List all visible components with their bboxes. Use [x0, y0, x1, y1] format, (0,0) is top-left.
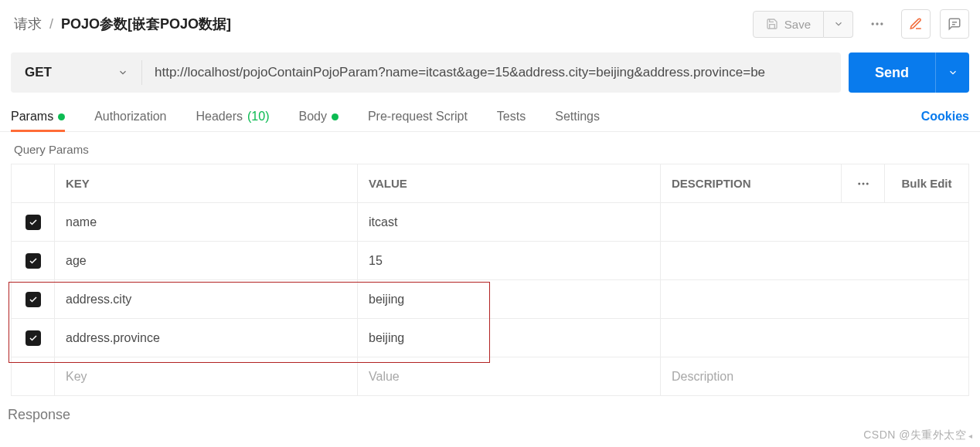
tab-authorization[interactable]: Authorization [94, 110, 166, 131]
col-description: DESCRIPTION [661, 164, 842, 202]
value-cell[interactable]: itcast [358, 203, 661, 241]
col-check [12, 164, 55, 202]
checkbox-cell[interactable] [12, 242, 55, 279]
header-actions: Save [753, 9, 969, 39]
checkbox-cell[interactable] [12, 280, 55, 318]
value-placeholder[interactable]: Value [358, 357, 661, 395]
http-method-select[interactable]: GET [11, 52, 142, 93]
breadcrumb-root[interactable]: 请求 [14, 15, 42, 33]
description-cell[interactable] [661, 319, 968, 357]
comment-icon [948, 17, 961, 31]
tab-body-label: Body [298, 110, 326, 124]
chevron-down-icon [117, 67, 128, 78]
svg-point-7 [866, 182, 868, 185]
value-cell[interactable]: 15 [358, 242, 661, 279]
col-more[interactable] [842, 164, 885, 202]
query-params-table: KEY VALUE DESCRIPTION Bulk Edit name itc… [11, 164, 969, 396]
bulk-edit-button[interactable]: Bulk Edit [885, 164, 968, 202]
save-button-group: Save [753, 11, 853, 38]
svg-point-1 [876, 22, 878, 25]
send-button-group: Send [849, 52, 969, 93]
request-row: GET http://localhost/pojoContainPojoPara… [0, 52, 980, 93]
checkbox-cell[interactable] [12, 319, 55, 357]
status-dot-icon [58, 113, 65, 120]
response-section-label: Response [0, 396, 980, 434]
tab-params[interactable]: Params [11, 110, 65, 131]
save-label: Save [784, 18, 811, 31]
tab-headers-label: Headers [196, 110, 243, 124]
tab-params-label: Params [11, 110, 53, 124]
section-title-query-params: Query Params [0, 132, 980, 164]
page-title[interactable]: POJO参数[嵌套POJO数据] [61, 15, 231, 33]
floppy-icon [766, 18, 778, 30]
chevron-down-icon [948, 67, 958, 78]
watermark: CSDN @失重外太空 [863, 428, 972, 442]
more-options-button[interactable] [863, 9, 892, 39]
checkbox-checked-icon [26, 330, 41, 346]
tab-body[interactable]: Body [298, 110, 338, 131]
checkbox-checked-icon [26, 253, 41, 269]
table-header-row: KEY VALUE DESCRIPTION Bulk Edit [12, 164, 968, 203]
comment-button[interactable] [940, 9, 969, 39]
key-cell[interactable]: address.city [55, 280, 358, 318]
tab-tests[interactable]: Tests [497, 110, 526, 131]
request-tabs: Params Authorization Headers (10) Body P… [0, 110, 980, 132]
table-row: address.province beijing [12, 319, 968, 357]
key-cell[interactable]: name [55, 203, 358, 241]
svg-point-6 [862, 182, 864, 185]
url-input[interactable]: http://localhost/pojoContainPojoParam?na… [142, 52, 841, 93]
table-row: address.city beijing [12, 280, 968, 319]
send-button[interactable]: Send [849, 52, 935, 93]
edit-button[interactable] [901, 9, 931, 39]
status-dot-icon [332, 113, 339, 120]
url-group: GET http://localhost/pojoContainPojoPara… [11, 52, 841, 93]
key-placeholder[interactable]: Key [55, 357, 358, 395]
tablist: Params Authorization Headers (10) Body P… [11, 110, 600, 131]
col-key: KEY [55, 164, 358, 202]
checkbox-checked-icon [26, 292, 41, 307]
save-dropdown-button[interactable] [824, 11, 853, 38]
col-value: VALUE [358, 164, 661, 202]
chevron-down-icon [833, 19, 844, 29]
table-row: age 15 [12, 242, 968, 280]
key-cell[interactable]: age [55, 242, 358, 279]
svg-point-2 [880, 22, 883, 25]
checkbox-checked-icon [26, 215, 41, 230]
cookies-link[interactable]: Cookies [921, 110, 969, 131]
save-button[interactable]: Save [753, 11, 824, 38]
breadcrumb: 请求 / POJO参数[嵌套POJO数据] [14, 15, 231, 33]
header-bar: 请求 / POJO参数[嵌套POJO数据] Save [0, 0, 980, 52]
pencil-icon [909, 17, 923, 31]
description-cell[interactable] [661, 242, 968, 279]
tab-headers-count: (10) [247, 110, 269, 124]
description-cell[interactable] [661, 280, 968, 318]
more-horizontal-icon [856, 177, 870, 191]
svg-point-5 [858, 182, 860, 185]
url-value: http://localhost/pojoContainPojoParam?na… [155, 65, 765, 80]
key-cell[interactable]: address.province [55, 319, 358, 357]
tab-prerequest[interactable]: Pre-request Script [368, 110, 468, 131]
table-row: name itcast [12, 203, 968, 242]
checkbox-cell[interactable] [12, 203, 55, 241]
checkbox-cell [12, 357, 55, 395]
value-cell[interactable]: beijing [358, 280, 661, 318]
breadcrumb-separator: / [49, 16, 53, 32]
send-dropdown-button[interactable] [935, 52, 969, 93]
tab-settings[interactable]: Settings [555, 110, 600, 131]
description-placeholder[interactable]: Description [661, 357, 968, 395]
value-cell[interactable]: beijing [358, 319, 661, 357]
new-row-placeholder[interactable]: Key Value Description [12, 357, 968, 396]
tab-headers[interactable]: Headers (10) [196, 110, 270, 131]
description-cell[interactable] [661, 203, 968, 241]
more-horizontal-icon [869, 16, 885, 32]
http-method-value: GET [25, 65, 52, 80]
svg-point-0 [872, 22, 874, 25]
